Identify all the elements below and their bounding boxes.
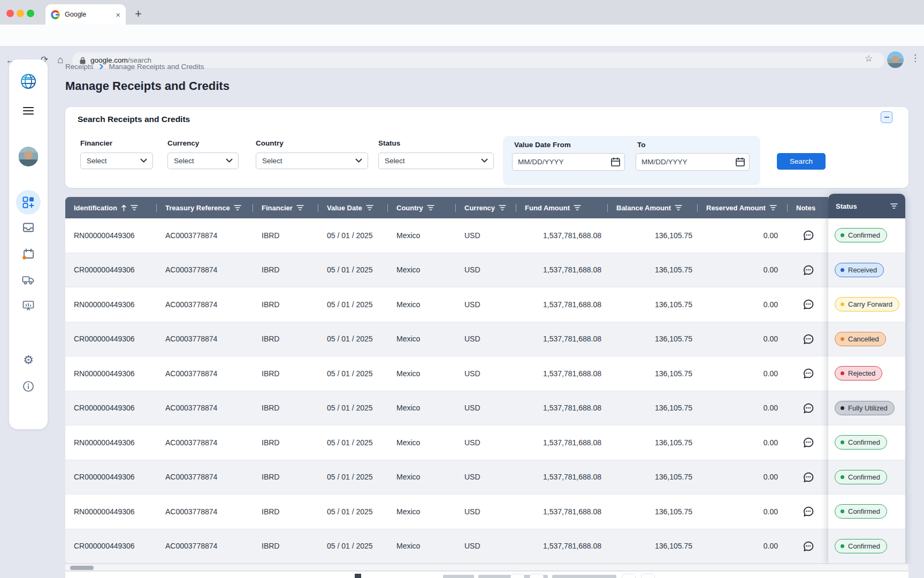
settings-gear-icon[interactable]: ⚙ bbox=[21, 353, 35, 367]
currency-select[interactable]: Select bbox=[167, 153, 239, 169]
cell-fund-amount: 1,537,781,688.08 bbox=[516, 231, 608, 240]
new-tab-button[interactable]: + bbox=[135, 6, 142, 21]
window-zoom-button[interactable] bbox=[27, 10, 34, 17]
filter-icon[interactable] bbox=[499, 204, 506, 211]
value-date-to-input[interactable] bbox=[636, 153, 750, 171]
filter-icon[interactable] bbox=[296, 204, 304, 211]
cell-identification: CR000000449306 bbox=[65, 265, 157, 274]
filter-icon[interactable] bbox=[890, 203, 898, 209]
status-dot-icon bbox=[841, 302, 844, 306]
app-logo-globe-icon[interactable] bbox=[19, 72, 37, 90]
browser-menu-icon[interactable]: ⋮ bbox=[911, 52, 920, 64]
pagination-button[interactable] bbox=[622, 574, 636, 578]
filter-icon[interactable] bbox=[131, 204, 138, 211]
filter-icon[interactable] bbox=[675, 204, 682, 211]
notes-comment-icon[interactable] bbox=[788, 471, 828, 483]
info-icon[interactable] bbox=[22, 380, 35, 393]
cell-fund-amount: 1,537,781,688.08 bbox=[516, 438, 608, 447]
sidebar-item-truck-icon[interactable] bbox=[21, 273, 35, 287]
pagination-button[interactable] bbox=[510, 574, 524, 578]
cell-reserved-amount: 0.00 bbox=[698, 265, 788, 274]
bookmark-star-icon[interactable]: ☆ bbox=[865, 53, 873, 64]
cell-country: Mexico bbox=[388, 404, 456, 412]
tab-close-icon[interactable]: × bbox=[116, 10, 120, 19]
notes-comment-icon[interactable] bbox=[788, 540, 828, 552]
status-badge: Confirmed bbox=[835, 435, 887, 450]
value-date-from-input[interactable] bbox=[512, 153, 625, 171]
sidebar-item-presentation-icon[interactable] bbox=[21, 299, 35, 313]
status-badge-label: Received bbox=[848, 266, 877, 274]
filter-icon[interactable] bbox=[769, 204, 777, 211]
cell-balance-amount: 136,105.75 bbox=[608, 300, 698, 309]
cell-identification: RN000000449306 bbox=[65, 369, 157, 378]
status-cell: Confirmed bbox=[828, 460, 905, 495]
google-favicon bbox=[51, 10, 60, 19]
column-header-reserved-amount[interactable]: Reserved Amount bbox=[698, 197, 788, 218]
column-header-value-date[interactable]: Value Date bbox=[318, 197, 388, 218]
column-label: Reserved Amount bbox=[706, 204, 766, 212]
notes-comment-icon[interactable] bbox=[788, 436, 828, 448]
country-label: Country bbox=[256, 139, 368, 147]
cell-identification: RN000000449306 bbox=[65, 438, 157, 447]
cell-treasury-reference: AC0003778874 bbox=[157, 438, 253, 447]
status-badge-label: Confirmed bbox=[848, 438, 880, 446]
sidebar-item-apps-active[interactable] bbox=[16, 190, 41, 215]
column-header-identification[interactable]: Identification bbox=[65, 197, 157, 218]
filter-icon[interactable] bbox=[574, 204, 581, 211]
pagination-button[interactable] bbox=[530, 574, 544, 578]
sidebar-item-inbox-icon[interactable] bbox=[22, 221, 35, 234]
date-range-panel: Value Date From To bbox=[503, 136, 760, 185]
menu-hamburger-icon[interactable] bbox=[22, 104, 35, 117]
status-label: Status bbox=[378, 139, 494, 147]
cell-value-date: 05 / 01 / 2025 bbox=[318, 369, 388, 378]
notes-comment-icon[interactable] bbox=[788, 264, 828, 276]
column-header-status[interactable]: Status bbox=[828, 194, 905, 218]
filter-icon[interactable] bbox=[366, 204, 373, 211]
window-close-button[interactable] bbox=[6, 10, 14, 17]
status-dot-icon bbox=[841, 371, 844, 375]
cell-fund-amount: 1,537,781,688.08 bbox=[516, 334, 608, 343]
cell-currency: USD bbox=[456, 300, 516, 309]
notes-comment-icon[interactable] bbox=[788, 402, 828, 414]
filter-icon[interactable] bbox=[234, 204, 241, 211]
cell-treasury-reference: AC0003778874 bbox=[157, 507, 253, 516]
status-rows: ConfirmedReceivedCarry ForwardCancelledR… bbox=[828, 218, 905, 564]
table-row: RN000000449306AC0003778874IBRD05 / 01 / … bbox=[65, 425, 828, 460]
cell-treasury-reference: AC0003778874 bbox=[157, 369, 253, 378]
cell-identification: RN000000449306 bbox=[65, 300, 157, 309]
country-select[interactable]: Select bbox=[256, 153, 368, 169]
pagination-button[interactable] bbox=[641, 574, 655, 578]
collapse-panel-icon[interactable] bbox=[881, 111, 892, 123]
cell-fund-amount: 1,537,781,688.08 bbox=[516, 300, 608, 309]
column-header-financier[interactable]: Financier bbox=[253, 197, 318, 218]
notes-comment-icon[interactable] bbox=[788, 367, 828, 379]
notes-comment-icon[interactable] bbox=[788, 298, 828, 310]
search-button[interactable]: Search bbox=[777, 153, 826, 170]
browser-profile-avatar[interactable] bbox=[887, 51, 904, 68]
scrollbar-thumb[interactable] bbox=[70, 566, 94, 570]
notes-comment-icon[interactable] bbox=[788, 333, 828, 345]
cell-financier: IBRD bbox=[253, 542, 318, 550]
column-header-treasury-reference[interactable]: Treasury Reference bbox=[157, 197, 253, 218]
column-header-fund-amount[interactable]: Fund Amount bbox=[516, 197, 608, 218]
column-header-country[interactable]: Country bbox=[388, 197, 456, 218]
window-minimize-button[interactable] bbox=[17, 10, 24, 17]
cell-fund-amount: 1,537,781,688.08 bbox=[516, 507, 608, 516]
financier-select[interactable]: Select bbox=[80, 153, 153, 169]
notes-comment-icon[interactable] bbox=[788, 229, 828, 241]
column-header-currency[interactable]: Currency bbox=[456, 197, 516, 218]
browser-tab[interactable]: Google × bbox=[45, 4, 126, 25]
cell-country: Mexico bbox=[388, 265, 456, 274]
status-select[interactable]: Select bbox=[378, 153, 494, 169]
user-avatar[interactable] bbox=[19, 147, 39, 166]
column-header-notes: Notes bbox=[788, 197, 828, 218]
column-header-balance-amount[interactable]: Balance Amount bbox=[608, 197, 698, 218]
cell-country: Mexico bbox=[388, 438, 456, 447]
breadcrumb-parent[interactable]: Receipts bbox=[65, 63, 94, 71]
sidebar-item-calendar-icon[interactable] bbox=[21, 247, 35, 261]
status-cell: Confirmed bbox=[828, 495, 905, 529]
status-badge-label: Fully Utilized bbox=[848, 404, 888, 412]
sort-asc-icon[interactable] bbox=[121, 204, 127, 211]
filter-icon[interactable] bbox=[427, 204, 434, 211]
notes-comment-icon[interactable] bbox=[788, 505, 828, 518]
